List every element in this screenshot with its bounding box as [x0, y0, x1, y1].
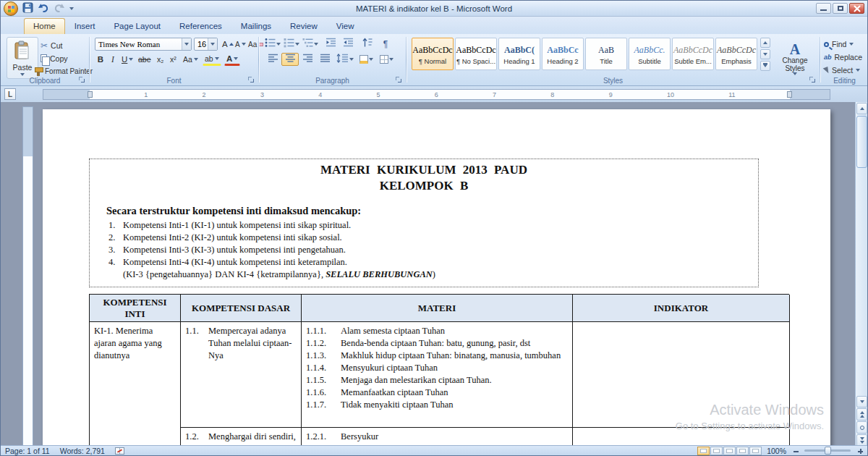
- select-browse-object-button[interactable]: [856, 421, 867, 434]
- draft-view-button[interactable]: [749, 447, 762, 455]
- bullets-button[interactable]: [264, 38, 281, 51]
- shading-button[interactable]: [357, 53, 375, 66]
- style-title[interactable]: AaBTitle: [585, 38, 627, 70]
- previous-page-button[interactable]: [856, 408, 867, 421]
- materi-item: 1.1.2.Benda-benda ciptaan Tuhan: batu, g…: [306, 337, 568, 350]
- tab-mailings[interactable]: Mailings: [231, 18, 281, 34]
- close-button[interactable]: [849, 3, 864, 14]
- word-count[interactable]: Words: 2,791: [60, 447, 105, 455]
- status-left: Page: 1 of 11 Words: 2,791: [5, 446, 124, 455]
- change-styles-button[interactable]: A Change Styles: [773, 38, 817, 80]
- table-header-indikator[interactable]: INDIKATOR: [573, 295, 790, 322]
- indent-marker-left[interactable]: [88, 91, 93, 98]
- font-color-button[interactable]: A: [224, 53, 240, 66]
- scroll-up-button[interactable]: [856, 103, 867, 114]
- style-heading-2[interactable]: AaBbCcHeading 2: [542, 38, 584, 70]
- tab-insert[interactable]: Insert: [65, 18, 105, 34]
- scroll-down-button[interactable]: [856, 396, 867, 408]
- maximize-button[interactable]: [833, 3, 848, 14]
- copy-button[interactable]: Copy: [38, 52, 70, 64]
- group-styles: AaBbCcDc¶ Normal AaBbCcDc¶ No Spaci... A…: [407, 34, 820, 85]
- full-screen-reading-view-button[interactable]: [710, 447, 723, 455]
- spellcheck-status-icon[interactable]: [115, 447, 124, 455]
- document-page[interactable]: MATERI KURIKULUM 2013 PAUD KELOMPOK B Se…: [43, 109, 830, 447]
- minimize-button[interactable]: [816, 3, 831, 14]
- find-button[interactable]: Find: [824, 38, 854, 50]
- zoom-slider-thumb[interactable]: [825, 447, 831, 455]
- horizontal-ruler[interactable]: 1 2 3 4 5 6 7 8 9 10 11: [43, 89, 830, 100]
- materi-cell[interactable]: 1.2.1.Bersyukur 1.2.3.Menyayangi diri se…: [302, 428, 573, 447]
- tab-references[interactable]: References: [170, 18, 231, 34]
- clipboard-dialog-launcher[interactable]: [79, 77, 85, 83]
- vertical-scrollbar[interactable]: [855, 102, 867, 447]
- style-no-spacing[interactable]: AaBbCcDc¶ No Spaci...: [455, 38, 497, 70]
- chevron-down-icon[interactable]: [182, 38, 191, 50]
- bold-button[interactable]: B: [95, 53, 106, 66]
- underline-button[interactable]: U: [119, 53, 135, 66]
- zoom-out-button[interactable]: [791, 447, 799, 455]
- style-subtitle[interactable]: AaBbCc.Subtitle: [629, 38, 671, 70]
- borders-button[interactable]: [377, 53, 396, 66]
- scrollbar-thumb[interactable]: [856, 116, 867, 168]
- change-case-button[interactable]: Aa: [181, 53, 200, 66]
- subscript-button[interactable]: x₂: [155, 53, 166, 66]
- styles-scroll-up-button[interactable]: [760, 38, 770, 48]
- status-bar: Page: 1 of 11 Words: 2,791 100%: [1, 445, 867, 455]
- style-emphasis[interactable]: AaBbCcDcEmphasis: [715, 38, 757, 70]
- ki-cell[interactable]: KI-1. Menerima ajaran agama yang dianutn…: [90, 322, 181, 447]
- tab-home[interactable]: Home: [24, 18, 65, 34]
- font-name-combo[interactable]: Times New Roman: [95, 38, 192, 51]
- tab-page-layout[interactable]: Page Layout: [104, 18, 170, 34]
- align-left-button[interactable]: [264, 53, 281, 66]
- superscript-button[interactable]: x²: [168, 53, 179, 66]
- tab-review[interactable]: Review: [281, 18, 327, 34]
- materi-cell[interactable]: 1.1.1.Alam semesta ciptaan Tuhan 1.1.2.B…: [302, 322, 573, 428]
- cut-button[interactable]: ✂Cut: [38, 39, 64, 51]
- decrease-indent-button[interactable]: [322, 38, 339, 51]
- zoom-level[interactable]: 100%: [767, 447, 786, 455]
- print-layout-view-button[interactable]: [697, 447, 710, 455]
- text-highlight-button[interactable]: ab: [203, 53, 221, 66]
- vertical-ruler[interactable]: [22, 106, 33, 447]
- table-header-kompetensi-inti[interactable]: KOMPETENSI INTI: [90, 295, 181, 322]
- tab-stop-selector[interactable]: L: [4, 88, 16, 100]
- font-dialog-launcher[interactable]: [248, 77, 255, 83]
- multilevel-list-button[interactable]: [302, 38, 319, 51]
- strikethrough-button[interactable]: abe: [136, 53, 153, 66]
- paragraph-dialog-launcher[interactable]: [396, 77, 402, 83]
- web-layout-view-button[interactable]: [723, 447, 736, 455]
- styles-scroll-down-button[interactable]: [760, 49, 770, 59]
- tab-view[interactable]: View: [327, 18, 364, 34]
- format-painter-button[interactable]: Format Painter: [33, 65, 95, 77]
- select-button[interactable]: Select: [824, 64, 860, 76]
- style-heading-1[interactable]: AaBbC(Heading 1: [498, 38, 540, 70]
- materi-item: 1.1.4.Mensyukuri ciptaan Tuhan: [306, 362, 568, 374]
- font-name-value: Times New Roman: [95, 40, 182, 48]
- styles-more-button[interactable]: [760, 61, 770, 71]
- table-header-materi[interactable]: MATERI: [302, 295, 573, 322]
- sort-button[interactable]: [358, 38, 375, 51]
- kd-cell[interactable]: 1.1. Mempercayai adanya Tuhan melalui ci…: [181, 322, 302, 428]
- indent-marker-right[interactable]: [787, 91, 792, 98]
- show-paragraph-marks-button[interactable]: ¶: [377, 38, 394, 51]
- increase-indent-button[interactable]: [339, 38, 357, 51]
- zoom-in-button[interactable]: [856, 447, 864, 455]
- kd-cell[interactable]: 1.2. Menghargai diri sendiri, orang lain…: [181, 428, 302, 447]
- zoom-slider[interactable]: [804, 449, 851, 452]
- font-size-combo[interactable]: 16: [194, 38, 218, 51]
- align-center-button[interactable]: [281, 53, 299, 66]
- outline-view-button[interactable]: [736, 447, 749, 455]
- style-normal[interactable]: AaBbCcDc¶ Normal: [412, 38, 454, 70]
- style-subtle-emphasis[interactable]: AaBbCcDcSubtle Em...: [672, 38, 714, 70]
- italic-button[interactable]: I: [108, 53, 118, 66]
- replace-button[interactable]: abReplace: [824, 51, 862, 63]
- table-header-kompetensi-dasar[interactable]: KOMPETENSI DASAR: [181, 295, 302, 322]
- page-indicator[interactable]: Page: 1 of 11: [5, 447, 50, 455]
- justify-button[interactable]: [316, 53, 333, 66]
- materi-item: 1.2.1.Bersyukur: [306, 431, 568, 443]
- styles-dialog-launcher[interactable]: [809, 77, 816, 83]
- align-right-button[interactable]: [299, 53, 316, 66]
- chevron-down-icon[interactable]: [208, 38, 217, 50]
- numbering-button[interactable]: [283, 38, 300, 51]
- line-spacing-button[interactable]: [335, 53, 355, 66]
